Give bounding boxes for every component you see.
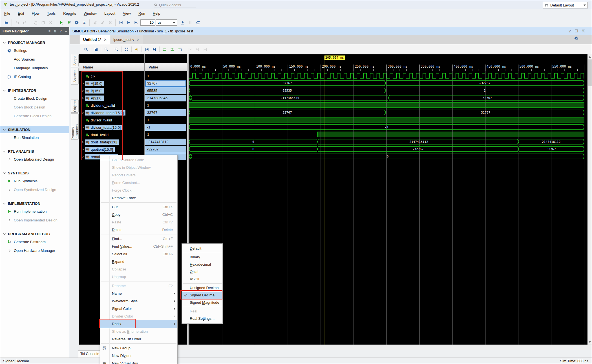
nav-item-open-implemented-design[interactable]: Open Implemented Design — [0, 216, 69, 225]
menu-item-new-virtual-bus[interactable]: New Virtual Bus — [100, 359, 177, 364]
go-to-cursor-button[interactable] — [133, 46, 140, 53]
zoom-in-button[interactable] — [102, 46, 110, 53]
add-before-button[interactable] — [161, 46, 168, 53]
menu-item-unsigned-decimal[interactable]: Unsigned Decimal — [182, 284, 222, 292]
find-button[interactable] — [82, 46, 90, 53]
signal-row-dout-tvalid[interactable]: >dout_tvalid — [79, 131, 144, 138]
menu-item-hexadecimal[interactable]: Hexadecimal — [182, 261, 222, 268]
menu-item-cut[interactable]: CutCtrl+X — [100, 203, 177, 211]
side-tab-protocol-instances[interactable]: Protocol Instances — [71, 113, 79, 140]
nav-item-open-synthesized-design[interactable]: Open Synthesized Design — [0, 185, 69, 194]
menu-item-show-as-enumeration[interactable]: Show as Enumeration — [100, 328, 177, 335]
nav-item-open-block-design[interactable]: Open Block Design — [0, 103, 69, 112]
menu-item-go-to-source-code[interactable]: Go To Source Code — [100, 156, 177, 164]
menu-item-signed-decimal[interactable]: Signed Decimal — [182, 292, 222, 299]
signal-row-clk[interactable]: >clk — [79, 72, 144, 80]
menu-item-name[interactable]: Name — [100, 290, 177, 297]
nav-item-open-elaborated-design[interactable]: Open Elaborated Design — [0, 155, 69, 164]
menu-item-waveform-style[interactable]: Waveform Style — [100, 297, 177, 305]
run-button[interactable] — [58, 19, 65, 26]
add-cursor-button[interactable] — [176, 46, 184, 53]
vertical-scrollbar[interactable] — [587, 54, 592, 345]
value-cell-dout-tvalid[interactable]: 1 — [145, 131, 186, 138]
maximize-panel-icon[interactable]: ⇱ — [582, 29, 585, 33]
tab-tcl-console[interactable]: Tcl Console — [78, 350, 101, 358]
value-cell-dout-tdata-31-0[interactable]: -2147418112 — [145, 139, 186, 145]
step-button[interactable] — [179, 19, 186, 26]
nav-item-ip-catalog[interactable]: IP Catalog — [0, 72, 69, 81]
menu-item-rename[interactable]: RenameF2 — [100, 282, 177, 290]
menu-item-select-all[interactable]: Select AllCtrl+A — [100, 250, 177, 258]
side-tab-objects[interactable]: Objects — [71, 99, 79, 113]
scroll-up-icon[interactable] — [589, 56, 591, 58]
menu-item-signed-magnitude[interactable]: Signed Magnitude — [182, 299, 222, 306]
value-cell-dividend-tdata-15-0[interactable]: 32767 — [145, 109, 186, 116]
nav-section-header-project-manager[interactable]: PROJECT MANAGER — [0, 39, 69, 46]
nav-item-run-simulation[interactable]: Run Simulation — [0, 133, 69, 142]
previous-transition-button[interactable] — [143, 46, 151, 53]
tab-untitled-1[interactable]: Untitled 1*✕ — [80, 35, 110, 44]
value-cell-a-15-0[interactable]: 32767 — [145, 80, 186, 87]
signal-row-divisor-tdata-15-0[interactable]: >divisor_tdata[15:0] — [79, 124, 144, 131]
report-button[interactable]: Σ — [80, 19, 88, 26]
value-cell-dividend-tvalid[interactable]: 1 — [145, 102, 186, 109]
nav-item-language-templates[interactable]: Language Templates — [0, 64, 69, 72]
signal-row-divisor-tvalid[interactable]: >divisor_tvalid — [79, 116, 144, 124]
nav-section-header-implementation[interactable]: IMPLEMENTATION — [0, 200, 69, 207]
side-tab-sources[interactable]: Sources — [71, 68, 79, 85]
signal-row-p-31-0[interactable]: >P[31:0] — [79, 94, 144, 102]
waveform-settings-gear-icon[interactable] — [574, 36, 578, 40]
name-column-header[interactable]: Name — [79, 63, 144, 71]
menu-item-paste[interactable]: PasteCtrl+V — [100, 218, 177, 226]
close-icon[interactable]: ✕ — [137, 38, 140, 42]
add-after-button[interactable] — [168, 46, 176, 53]
menu-edit[interactable]: Edit — [18, 11, 24, 15]
zoom-out-button[interactable] — [112, 46, 120, 53]
nav-item-create-block-design[interactable]: Create Block Design — [0, 94, 69, 103]
run-all-button[interactable] — [125, 19, 132, 26]
nav-item-settings[interactable]: Settings — [0, 46, 69, 55]
nav-item-add-sources[interactable]: Add Sources — [0, 55, 69, 64]
nav-item-open-hardware-manager[interactable]: Open Hardware Manager — [0, 246, 69, 255]
menu-run[interactable]: Run — [138, 11, 145, 15]
save-waveform-button[interactable] — [92, 46, 100, 53]
nav-item-run-synthesis[interactable]: Run Synthesis — [0, 177, 69, 185]
expand-collapse-icon[interactable]: ⇅ — [54, 29, 56, 33]
expand-chevron-icon[interactable]: > — [81, 140, 85, 144]
signal-row-dividend-tvalid[interactable]: >dividend_tvalid — [79, 102, 144, 109]
float-window-icon[interactable]: ❐ — [575, 29, 578, 33]
expand-chevron-icon[interactable]: > — [81, 82, 85, 85]
menu-item-binary[interactable]: Binary — [182, 254, 222, 261]
menu-layout[interactable]: Layout — [104, 11, 115, 15]
layout-select[interactable]: Default Layout — [543, 2, 588, 8]
menu-item-ungroup[interactable]: Ungroup — [100, 273, 177, 281]
menu-item-real-settings[interactable]: Real Settings... — [182, 315, 222, 322]
open-button[interactable] — [3, 19, 10, 26]
nav-section-header-synthesis[interactable]: SYNTHESIS — [0, 169, 69, 177]
scroll-down-icon[interactable] — [589, 341, 591, 343]
program-device-button[interactable]: 0110 — [65, 19, 73, 26]
menu-item-delete[interactable]: DeleteDelete — [100, 226, 177, 234]
value-cell-divisor-tdata-15-0[interactable]: -1 — [145, 124, 186, 131]
scrollbar-thumb[interactable] — [588, 59, 592, 86]
nav-section-header-simulation[interactable]: SIMULATION — [0, 126, 69, 133]
menu-view[interactable]: View — [123, 11, 131, 15]
expand-chevron-icon[interactable]: > — [81, 111, 85, 114]
nav-item-generate-block-design[interactable]: Generate Block Design — [0, 112, 69, 120]
signal-row-dout-tdata-31-0[interactable]: >dout_tdata[31:0] — [79, 138, 144, 146]
expand-chevron-icon[interactable]: > — [81, 126, 85, 129]
time-unit-select[interactable]: us — [156, 19, 177, 26]
menu-reports[interactable]: Reports — [63, 11, 76, 15]
menu-file[interactable]: File — [4, 11, 10, 15]
nav-section-header-ip-integrator[interactable]: IP INTEGRATOR — [0, 87, 69, 94]
value-cell-divisor-tvalid[interactable]: 1 — [145, 117, 186, 123]
next-transition-button[interactable] — [151, 46, 158, 53]
relaunch-button[interactable] — [194, 19, 202, 26]
expand-chevron-icon[interactable]: > — [81, 148, 85, 151]
zoom-fit-button[interactable] — [123, 46, 130, 53]
menu-item-remove-force[interactable]: Remove Force — [100, 194, 177, 202]
side-tab-scope[interactable]: Scope — [71, 54, 79, 67]
menu-window[interactable]: Window — [84, 11, 97, 15]
restart-button[interactable] — [117, 19, 125, 26]
run-for-time-button[interactable]: T — [132, 19, 140, 26]
